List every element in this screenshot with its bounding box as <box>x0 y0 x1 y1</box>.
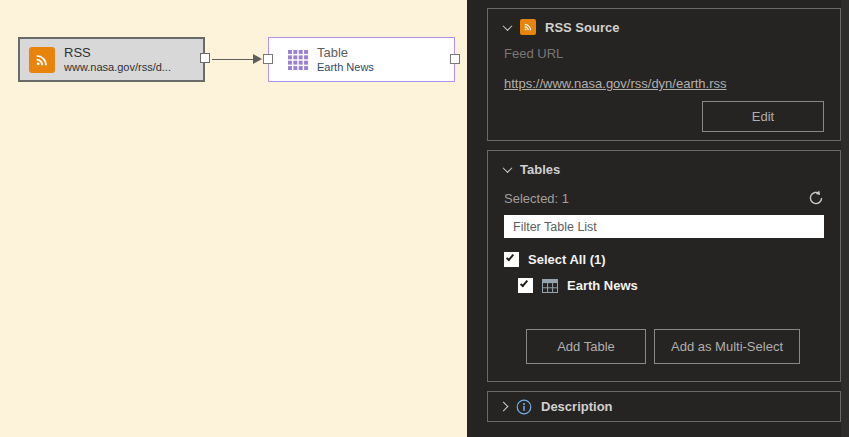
table-node-text: Table Earth News <box>317 46 374 74</box>
properties-panel: RSS Source Feed URL https://www.nasa.gov… <box>467 0 849 437</box>
rss-icon <box>520 19 536 35</box>
table-item-label: Earth News <box>567 278 638 293</box>
rss-node-text: RSS www.nasa.gov/rss/d... <box>64 46 171 74</box>
rss-node-subtitle: www.nasa.gov/rss/d... <box>64 61 171 74</box>
selected-count-label: Selected: 1 <box>504 191 569 206</box>
table-icon <box>542 279 558 293</box>
tables-actions-row: Add Table Add as Multi-Select <box>504 329 824 364</box>
chevron-down-icon <box>503 21 513 31</box>
table-input-port[interactable] <box>263 54 273 64</box>
connector-arrowhead-icon <box>253 54 262 64</box>
rss-source-title: RSS Source <box>545 20 619 35</box>
table-node-subtitle: Earth News <box>317 61 374 74</box>
table-item-checkbox[interactable] <box>518 278 533 293</box>
feed-url-link[interactable]: https://www.nasa.gov/rss/dyn/earth.rss <box>504 76 727 91</box>
table-node-title: Table <box>317 46 374 61</box>
rss-icon <box>29 47 55 73</box>
tables-title: Tables <box>520 162 560 177</box>
checkbox-checked-icon <box>506 253 514 262</box>
refresh-button[interactable] <box>807 190 824 207</box>
description-section: Description <box>487 391 841 422</box>
feed-url-label: Feed URL <box>504 46 824 61</box>
rss-source-node[interactable]: RSS www.nasa.gov/rss/d... <box>18 37 205 82</box>
select-all-label: Select All (1) <box>528 252 606 267</box>
table-list-item: Earth News <box>518 278 824 293</box>
add-table-button[interactable]: Add Table <box>526 329 646 364</box>
selected-count-row: Selected: 1 <box>504 190 824 207</box>
description-title: Description <box>541 399 613 414</box>
scrollbar-track[interactable] <box>841 0 849 437</box>
dataflow-editor: RSS www.nasa.gov/rss/d... Table Earth Ne… <box>0 0 849 437</box>
diagram-canvas[interactable]: RSS www.nasa.gov/rss/d... Table Earth Ne… <box>0 0 467 437</box>
select-all-row: Select All (1) <box>504 252 824 267</box>
rss-source-section: RSS Source Feed URL https://www.nasa.gov… <box>487 8 841 141</box>
rss-output-port[interactable] <box>200 53 210 63</box>
refresh-icon <box>808 190 824 206</box>
info-icon <box>516 399 532 415</box>
tables-section: Tables Selected: 1 Select All (1) <box>487 150 841 382</box>
rss-node-title: RSS <box>64 46 171 61</box>
chevron-down-icon <box>503 163 513 173</box>
table-grid-icon <box>288 50 308 70</box>
table-output-port[interactable] <box>450 54 460 64</box>
connector-line <box>212 59 255 60</box>
tables-section-header[interactable]: Tables <box>504 151 824 187</box>
description-section-header[interactable]: Description <box>500 392 828 421</box>
add-as-multi-select-button[interactable]: Add as Multi-Select <box>654 329 800 364</box>
edit-button-row: Edit <box>504 101 824 132</box>
select-all-checkbox[interactable] <box>504 252 519 267</box>
checkbox-checked-icon <box>520 279 528 288</box>
table-node[interactable]: Table Earth News <box>268 37 455 82</box>
edit-button[interactable]: Edit <box>702 101 824 132</box>
filter-table-input[interactable] <box>504 215 824 238</box>
chevron-right-icon <box>499 402 509 412</box>
rss-source-section-header[interactable]: RSS Source <box>504 9 824 45</box>
